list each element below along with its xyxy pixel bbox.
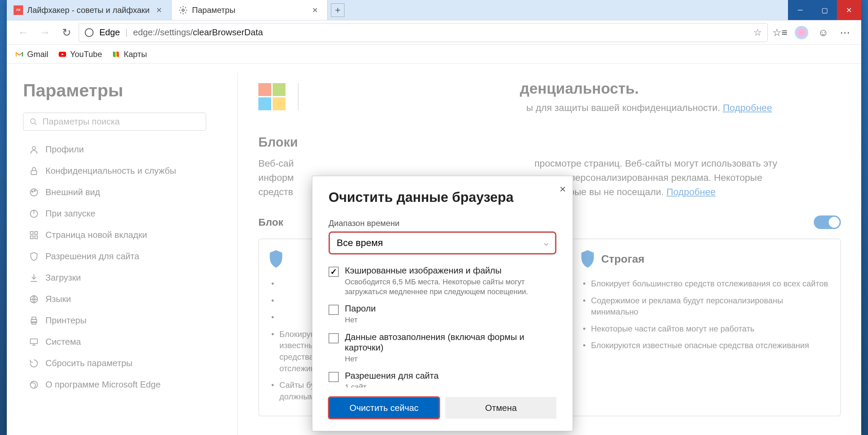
avatar: [795, 26, 808, 39]
gmail-icon: [15, 50, 24, 59]
bookmark-maps[interactable]: Карты: [112, 50, 147, 59]
cancel-button[interactable]: Отмена: [446, 397, 556, 419]
bookmarks-bar: Gmail YouTube Карты: [7, 45, 861, 64]
checkbox[interactable]: [329, 333, 339, 343]
data-type-item[interactable]: Данные автозаполнения (включая формы и к…: [329, 328, 550, 367]
toolbar: ← → ↻ Edge | edge://settings/clearBrowse…: [7, 20, 861, 45]
clear-now-button[interactable]: Очистить сейчас: [329, 397, 439, 419]
maximize-button[interactable]: ▢: [812, 0, 837, 20]
tab-title: Параметры: [192, 5, 305, 15]
site-icon: ЛХ: [14, 5, 23, 15]
url-text: edge://settings/clearBrowserData: [133, 27, 263, 38]
svg-point-1: [85, 29, 93, 36]
maps-icon: [112, 50, 120, 59]
browser-window: ЛХ Лайфхакер - советы и лайфхаки × Парам…: [7, 0, 861, 435]
profile-button[interactable]: [792, 23, 811, 42]
data-type-item[interactable]: Разрешения для сайта1 сайт: [329, 367, 550, 387]
data-type-item[interactable]: Кэшированные изображения и файлыОсвободи…: [329, 262, 550, 300]
bookmark-youtube[interactable]: YouTube: [58, 50, 102, 59]
new-tab-button[interactable]: +: [328, 0, 348, 20]
range-label: Диапазон времени: [329, 219, 556, 228]
titlebar: ЛХ Лайфхакер - советы и лайфхаки × Парам…: [7, 0, 861, 20]
data-type-list[interactable]: Кэшированные изображения и файлыОсвободи…: [329, 262, 556, 387]
checkbox[interactable]: [329, 372, 339, 382]
time-range-select[interactable]: Все время ⌵: [329, 231, 556, 254]
tab-lifehacker[interactable]: ЛХ Лайфхакер - советы и лайфхаки ×: [7, 0, 172, 20]
data-type-item[interactable]: ПаролиНет: [329, 300, 550, 328]
window-controls: ─ ▢ ×: [788, 0, 861, 20]
favorite-icon[interactable]: ☆: [753, 27, 762, 38]
favorites-button[interactable]: ☆≡: [770, 23, 789, 42]
bookmark-gmail[interactable]: Gmail: [15, 50, 48, 59]
svg-point-0: [182, 9, 184, 11]
minimize-button[interactable]: ─: [788, 0, 812, 20]
chevron-down-icon: ⌵: [544, 239, 548, 247]
emoji-button[interactable]: ☺: [814, 23, 833, 42]
clear-data-dialog: × Очистить данные браузера Диапазон врем…: [312, 176, 573, 431]
checkbox[interactable]: [329, 305, 339, 315]
refresh-button[interactable]: ↻: [57, 23, 76, 42]
youtube-icon: [58, 50, 67, 59]
close-icon[interactable]: ×: [310, 5, 320, 16]
tab-title: Лайфхакер - советы и лайфхаки: [27, 5, 150, 15]
gear-icon: [178, 5, 188, 15]
tab-settings[interactable]: Параметры ×: [172, 0, 328, 20]
forward-button: →: [35, 23, 54, 42]
edge-label: Edge: [99, 27, 120, 38]
back-button: ←: [14, 23, 33, 42]
menu-button[interactable]: ⋯: [835, 23, 854, 42]
content: Параметры ПрофилиКонфиденциальность и сл…: [7, 64, 861, 435]
address-bar[interactable]: Edge | edge://settings/clearBrowserData …: [79, 23, 768, 42]
edge-icon: [84, 28, 94, 37]
checkbox[interactable]: [329, 267, 339, 277]
close-button[interactable]: ×: [837, 0, 861, 20]
dialog-title: Очистить данные браузера: [329, 190, 556, 205]
close-icon[interactable]: ×: [559, 183, 566, 195]
close-icon[interactable]: ×: [154, 5, 164, 16]
